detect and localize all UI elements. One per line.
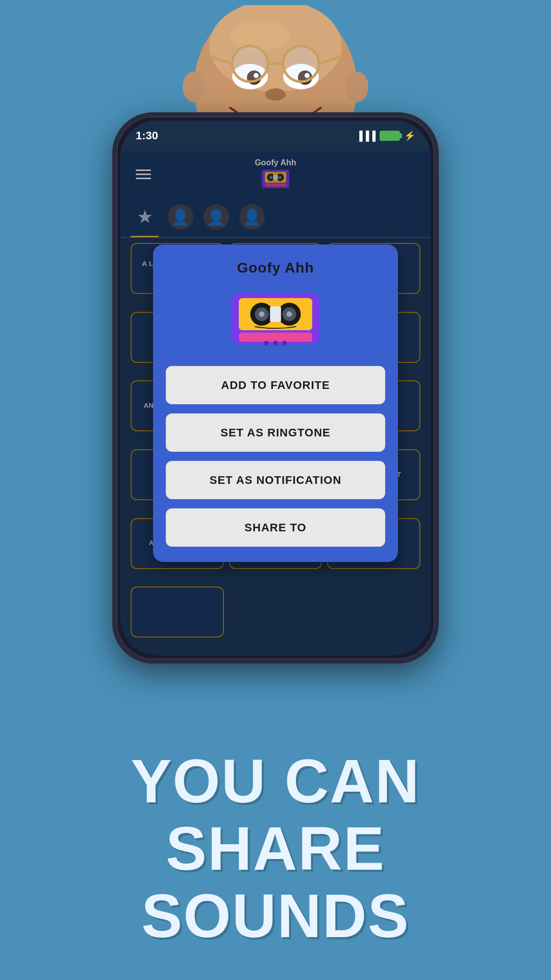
signal-icon: ▐▐▐ — [356, 131, 375, 141]
volume-down-button — [112, 285, 115, 315]
set-as-notification-button[interactable]: SET AS NOTIFICATION — [166, 461, 385, 499]
svg-point-21 — [183, 71, 205, 102]
add-to-favorite-button[interactable]: ADD TO FAVORITE — [166, 366, 385, 404]
svg-point-9 — [265, 88, 286, 101]
notch — [242, 131, 272, 141]
phone-screen: 1:30 ▐▐▐ ⚡ Goofy Ahh — [120, 120, 431, 655]
svg-rect-43 — [239, 333, 312, 342]
svg-point-2 — [230, 20, 291, 51]
svg-point-45 — [273, 341, 278, 346]
svg-point-20 — [284, 47, 318, 81]
svg-point-38 — [259, 311, 265, 317]
charging-icon: ⚡ — [404, 130, 415, 141]
status-icons: ▐▐▐ ⚡ — [356, 130, 415, 141]
modal-cassette-image — [230, 285, 321, 357]
svg-point-44 — [264, 341, 269, 346]
bottom-text-area: YOU CAN SHARE SOUNDS — [0, 747, 551, 949]
phone-frame: 1:30 ▐▐▐ ⚡ Goofy Ahh — [112, 112, 439, 664]
bottom-text-line3: SOUNDS — [0, 882, 551, 949]
status-time: 1:30 — [136, 129, 158, 142]
svg-point-22 — [346, 71, 368, 102]
bottom-text-line2: SHARE — [0, 815, 551, 882]
share-to-button[interactable]: SHARE TO — [166, 508, 385, 547]
status-bar: 1:30 ▐▐▐ ⚡ — [120, 120, 431, 151]
svg-point-46 — [283, 341, 287, 346]
battery-icon — [380, 131, 400, 141]
bottom-text-line1: YOU CAN — [0, 747, 551, 815]
modal-overlay[interactable]: Goofy Ahh — [120, 151, 431, 655]
svg-point-19 — [233, 47, 267, 81]
modal-title: Goofy Ahh — [237, 260, 314, 276]
volume-up-button — [112, 244, 115, 275]
svg-point-41 — [287, 311, 292, 317]
set-as-ringtone-button[interactable]: SET AS RINGTONE — [166, 413, 385, 452]
power-button — [436, 270, 439, 310]
action-modal: Goofy Ahh — [153, 244, 398, 562]
svg-rect-42 — [270, 306, 281, 322]
